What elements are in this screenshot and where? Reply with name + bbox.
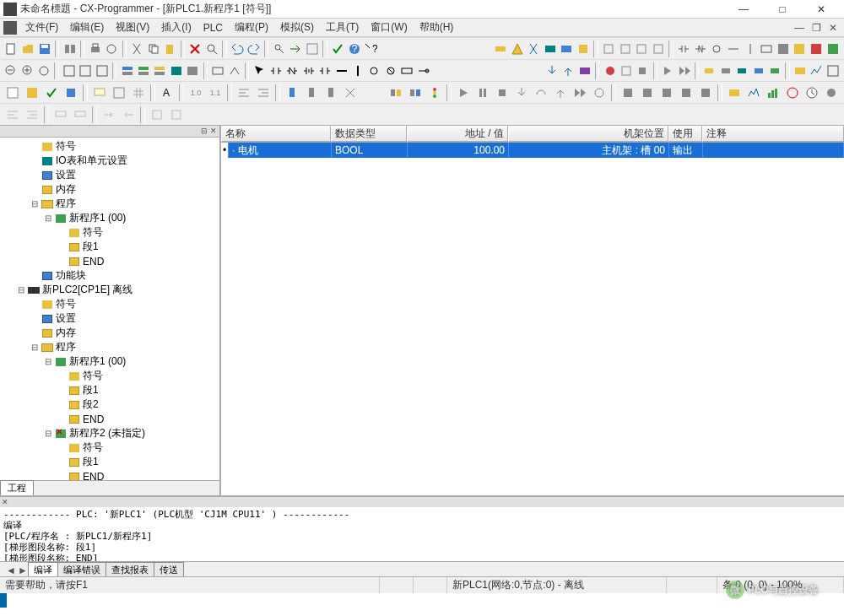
set-icon[interactable] [677,84,695,102]
tree-item[interactable]: 符号 [2,139,218,154]
col-name[interactable]: 名称 [221,126,331,142]
menu-simulate[interactable]: 模拟(S) [275,19,319,36]
mode-debug-icon[interactable] [617,40,633,58]
chart-icon[interactable] [764,84,782,102]
tree-toggle-icon[interactable]: ⊟ [42,213,54,223]
zoom-out-icon[interactable] [3,62,19,80]
transfer-plc-icon[interactable] [559,40,575,58]
menu-plc[interactable]: PLC [198,20,228,35]
bookmark2-icon[interactable] [302,84,321,102]
menu-help[interactable]: 帮助(H) [414,19,459,36]
coil-neg-icon[interactable] [383,62,398,80]
sim1-icon[interactable] [734,62,749,80]
tree-item[interactable]: 符号 [2,297,218,311]
ladder-vline-icon[interactable] [742,40,758,58]
show-comments-icon[interactable] [90,84,109,102]
align-left-icon[interactable] [235,84,253,102]
comment-icon[interactable] [51,105,70,124]
n11-icon[interactable]: 1.1 [206,84,225,102]
contact-falling-icon[interactable] [317,62,333,80]
verify-icon[interactable] [330,40,346,58]
force-on-icon[interactable] [619,84,637,102]
cut2-icon[interactable] [526,40,542,58]
section-list-icon[interactable] [3,84,22,102]
ladder-contact-no-icon[interactable] [692,40,708,58]
menu-window[interactable]: 窗口(W) [365,19,412,36]
font-icon[interactable]: A [158,84,176,102]
tree-toggle-icon[interactable]: ⊟ [15,285,27,294]
time-chart-icon[interactable] [825,62,841,80]
force-cancel-icon[interactable] [657,84,676,102]
tree-item[interactable]: 段2 [2,397,218,412]
redo-icon[interactable] [246,40,262,58]
paste-icon[interactable] [162,40,178,58]
paraminfo-icon[interactable] [167,105,186,124]
output-tab-next-icon[interactable]: ► [17,565,29,576]
delete-icon[interactable] [187,40,203,58]
reset2-icon[interactable] [696,84,715,102]
tree-item[interactable]: END [2,254,218,268]
tree-item[interactable]: 符号 [2,440,218,455]
tree-item[interactable]: 设置 [2,168,218,182]
undo-icon[interactable] [230,40,246,58]
hline-icon[interactable] [333,62,349,80]
stop-icon[interactable] [635,62,650,80]
tree-item[interactable]: 设置 [2,311,218,326]
play-icon[interactable] [454,84,473,102]
menu-program[interactable]: 编程(P) [230,19,273,36]
tree-item[interactable]: ⊟新PLC2[CP1E] 离线 [2,283,218,297]
print-preview-icon[interactable] [104,40,120,58]
contact-rising-icon[interactable] [300,62,316,80]
compare-icon[interactable] [62,40,78,58]
watch-icon[interactable] [725,84,744,102]
step-into-icon[interactable] [512,84,531,102]
align-right-icon[interactable] [254,84,273,102]
sim2-icon[interactable] [751,62,766,80]
tree-item[interactable]: 功能块 [2,268,218,283]
output-close-icon[interactable]: ✕ [2,498,10,506]
ladder-hline-icon[interactable] [726,40,742,58]
ladder-fb-icon[interactable] [792,40,808,58]
force-off-icon[interactable] [638,84,657,102]
contact-open-icon[interactable] [268,62,284,80]
transfer-pc-icon[interactable] [543,40,559,58]
menu-view[interactable]: 视图(V) [111,19,154,36]
output-tab-compile[interactable]: 编译 [28,562,58,576]
tree-item[interactable]: 段1 [2,455,218,469]
goto-icon[interactable] [288,40,304,58]
menu-tools[interactable]: 工具(T) [321,19,364,36]
output-tab-prev-icon[interactable]: ◄ [5,565,17,576]
pause-icon[interactable] [473,84,492,102]
tree-item[interactable]: 符号 [2,225,218,240]
warning-icon[interactable] [509,40,525,58]
step-out-icon[interactable] [551,84,570,102]
tab-icon[interactable] [100,105,118,124]
indent-right-icon[interactable] [23,105,41,124]
view-symbols-icon[interactable] [119,62,134,80]
col-type[interactable]: 数据类型 [331,126,407,142]
close-button[interactable]: ✕ [802,1,841,18]
zoom-fit-icon[interactable] [36,62,51,80]
contact-closed-icon[interactable] [284,62,300,80]
tree-item[interactable]: 内存 [2,182,218,197]
cont-icon[interactable] [571,84,589,102]
connect-icon[interactable] [493,40,509,58]
cross-ref-icon[interactable] [305,40,321,58]
copy-icon[interactable] [145,40,161,58]
view-address-icon[interactable] [136,62,151,80]
tree-pin-icon[interactable]: ⊟ [200,127,208,136]
grid-rows[interactable]: •· 电机BOOL100.00主机架 : 槽 00输出 [221,143,844,158]
view-output-icon[interactable] [185,62,200,80]
err-clear-icon[interactable] [783,84,802,102]
next-step-icon[interactable] [676,62,691,80]
prog-check-icon[interactable] [42,84,61,102]
compare-plc-icon[interactable] [577,62,592,80]
section-add-icon[interactable] [23,84,41,102]
ladder-sfc-icon[interactable] [809,40,825,58]
mode-program-icon[interactable] [601,40,617,58]
tree-item[interactable]: 内存 [2,326,218,340]
pc-plc-icon[interactable] [387,84,405,102]
not-icon[interactable] [416,62,431,80]
sim3-icon[interactable] [767,62,782,80]
menu-file[interactable]: 文件(F) [20,19,63,36]
